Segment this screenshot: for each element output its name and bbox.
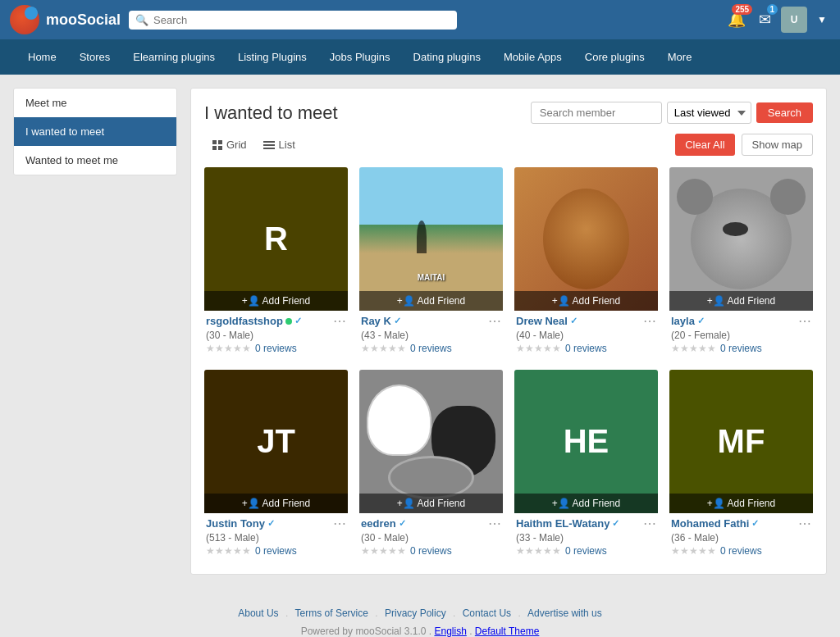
member-info: Justin Tony✓⋯(513 - Male)★★★★★0 reviews	[204, 513, 348, 561]
member-more-button[interactable]: ⋯	[333, 517, 346, 530]
footer-links: About Us . Terms of Service . Privacy Po…	[20, 607, 820, 619]
nav-stores[interactable]: Stores	[68, 39, 122, 75]
member-more-button[interactable]: ⋯	[643, 315, 656, 328]
reviews-link[interactable]: 0 reviews	[565, 545, 607, 557]
powered-by-text: Powered by mooSocial 3.1.0	[301, 626, 427, 637]
verified-icon: ✓	[570, 316, 578, 326]
avatar-button[interactable]: U	[781, 7, 807, 33]
member-photo: JT+👤 Add Friend	[204, 370, 348, 513]
footer-theme[interactable]: Default Theme	[475, 626, 540, 637]
add-friend-button[interactable]: +👤 Add Friend	[204, 291, 348, 311]
member-reviews: ★★★★★0 reviews	[516, 343, 656, 354]
member-name[interactable]: eedren✓	[361, 517, 406, 530]
member-name[interactable]: Ray K✓	[361, 315, 401, 327]
member-name[interactable]: Drew Neal✓	[516, 315, 578, 327]
footer-terms[interactable]: Terms of Service	[295, 607, 368, 619]
member-age: (513 - Male)	[206, 532, 346, 544]
add-friend-button[interactable]: +👤 Add Friend	[359, 291, 503, 311]
member-name-link[interactable]: Drew Neal	[516, 315, 568, 327]
footer-privacy[interactable]: Privacy Policy	[385, 607, 446, 619]
member-photo: MF+👤 Add Friend	[669, 370, 813, 513]
member-name[interactable]: rsgoldfastshop✓	[206, 315, 302, 327]
reviews-link[interactable]: 0 reviews	[720, 343, 762, 354]
header-dropdown-button[interactable]: ▼	[814, 11, 830, 29]
member-reviews: ★★★★★0 reviews	[361, 343, 501, 354]
logo[interactable]: mooSocial	[10, 5, 121, 34]
member-age: (30 - Male)	[361, 532, 501, 544]
member-name-link[interactable]: Ray K	[361, 315, 391, 327]
member-name[interactable]: Justin Tony✓	[206, 517, 275, 530]
member-initials: MF	[718, 423, 765, 460]
add-friend-button[interactable]: +👤 Add Friend	[669, 291, 813, 311]
page-title: I wanted to meet	[204, 102, 338, 124]
search-button[interactable]: Search	[756, 102, 813, 123]
member-name-link[interactable]: eedren	[361, 517, 396, 530]
member-more-button[interactable]: ⋯	[643, 517, 656, 530]
add-friend-button[interactable]: +👤 Add Friend	[514, 291, 658, 311]
footer: About Us . Terms of Service . Privacy Po…	[0, 588, 840, 637]
member-name-link[interactable]: Mohamed Fathi	[671, 517, 749, 530]
footer-language[interactable]: English	[434, 626, 466, 637]
footer-advertise[interactable]: Advertise with us	[527, 607, 602, 619]
member-reviews: ★★★★★0 reviews	[516, 545, 656, 557]
footer-about[interactable]: About Us	[238, 607, 278, 619]
member-name-link[interactable]: Justin Tony	[206, 517, 265, 530]
member-age: (40 - Male)	[516, 330, 656, 341]
nav-jobs[interactable]: Jobs Plugins	[318, 39, 402, 75]
add-friend-button[interactable]: +👤 Add Friend	[669, 494, 813, 513]
member-name-link[interactable]: Haithm EL-Watany	[516, 517, 609, 530]
show-map-button[interactable]: Show map	[742, 134, 813, 156]
reviews-link[interactable]: 0 reviews	[565, 343, 607, 354]
messages-button[interactable]: ✉ 1	[756, 7, 774, 32]
list-view-button[interactable]: List	[255, 135, 304, 154]
add-friend-button[interactable]: +👤 Add Friend	[514, 494, 658, 513]
clear-all-button[interactable]: Clear All	[675, 134, 734, 156]
add-friend-button[interactable]: +👤 Add Friend	[204, 494, 348, 513]
member-name-link[interactable]: layla	[671, 315, 695, 327]
member-name-row: Drew Neal✓⋯	[516, 315, 656, 328]
reviews-link[interactable]: 0 reviews	[720, 545, 762, 557]
notifications-button[interactable]: 🔔 255	[724, 7, 749, 32]
nav-home[interactable]: Home	[16, 39, 68, 75]
nav-mobile[interactable]: Mobile Apps	[492, 39, 573, 75]
verified-icon: ✓	[394, 316, 401, 326]
add-friend-button[interactable]: +👤 Add Friend	[359, 494, 503, 513]
star-rating: ★★★★★	[516, 343, 561, 354]
member-name[interactable]: Mohamed Fathi✓	[671, 517, 759, 530]
member-more-button[interactable]: ⋯	[798, 315, 811, 328]
star-rating: ★★★★★	[206, 343, 251, 354]
verified-icon: ✓	[612, 518, 619, 529]
member-card: JT+👤 Add FriendJustin Tony✓⋯(513 - Male)…	[204, 370, 348, 561]
nav-more[interactable]: More	[656, 39, 704, 75]
sidebar-item-wanted-to-meet[interactable]: I wanted to meet	[14, 117, 176, 146]
nav-core[interactable]: Core plugins	[573, 39, 656, 75]
member-more-button[interactable]: ⋯	[798, 517, 811, 530]
nav-listing[interactable]: Listing Plugins	[226, 39, 318, 75]
search-member-input[interactable]	[531, 102, 662, 124]
reviews-link[interactable]: 0 reviews	[255, 343, 297, 354]
member-more-button[interactable]: ⋯	[488, 517, 501, 530]
nav-elearning[interactable]: Elearning plugins	[121, 39, 226, 75]
reviews-link[interactable]: 0 reviews	[410, 545, 452, 557]
member-name-link[interactable]: rsgoldfastshop	[206, 315, 283, 327]
view-type-toggle: Grid List	[204, 135, 304, 154]
nav-dating[interactable]: Dating plugins	[402, 39, 492, 75]
sidebar-item-wanted-to-meet-me[interactable]: Wanted to meet me	[14, 146, 176, 175]
member-name[interactable]: Haithm EL-Watany✓	[516, 517, 619, 530]
member-more-button[interactable]: ⋯	[488, 315, 501, 328]
view-controls: Grid List Clear All Show map	[204, 134, 813, 156]
reviews-link[interactable]: 0 reviews	[255, 545, 297, 557]
member-info: eedren✓⋯(30 - Male)★★★★★0 reviews	[359, 513, 503, 561]
member-name[interactable]: layla✓	[671, 315, 705, 327]
grid-icon	[212, 140, 222, 150]
notification-badge: 255	[732, 4, 752, 15]
grid-view-button[interactable]: Grid	[204, 135, 255, 154]
footer-contact[interactable]: Contact Us	[463, 607, 511, 619]
last-viewed-select[interactable]: Last viewed Newest Oldest	[667, 102, 751, 124]
reviews-link[interactable]: 0 reviews	[410, 343, 452, 354]
member-photo: MAITAI+👤 Add Friend	[359, 167, 503, 311]
member-name-row: eedren✓⋯	[361, 517, 501, 530]
global-search-input[interactable]	[153, 14, 450, 26]
member-more-button[interactable]: ⋯	[333, 315, 346, 328]
sidebar-item-meet-me[interactable]: Meet me	[14, 89, 176, 117]
